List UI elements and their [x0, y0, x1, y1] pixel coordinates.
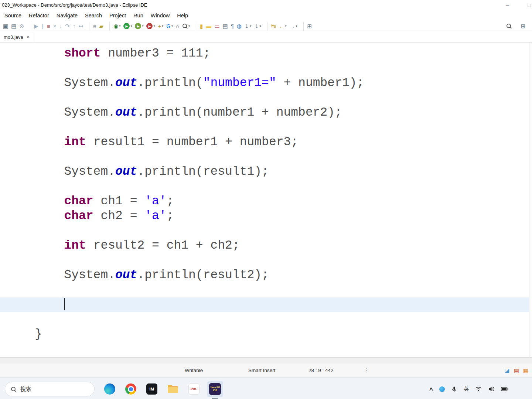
code-line: System.out.println(result1); [0, 164, 532, 179]
maximize-button[interactable]: □ [523, 0, 532, 10]
drop-to-frame-icon[interactable]: ↤ [77, 22, 84, 31]
resume-icon[interactable]: ▶ [30, 22, 40, 31]
menu-run[interactable]: Run [130, 11, 147, 20]
horizontal-scrollbar[interactable] [0, 357, 532, 364]
open-type-icon[interactable]: ⌂ [175, 22, 180, 31]
external-tools-icon[interactable]: ▶▾ [145, 22, 156, 31]
eclipse-javaee-logo-icon: Java EE IDE [209, 383, 221, 395]
terminate-icon[interactable]: ■ [46, 22, 51, 31]
code-line: short number3 = 111; [0, 46, 532, 61]
pdf-logo-icon: PDF [188, 383, 200, 395]
new-editor-window-icon[interactable]: ⊞ [303, 22, 313, 31]
caret-position-status: 28 : 9 : 442 [308, 364, 334, 377]
menu-navigate[interactable]: Navigate [53, 11, 81, 20]
titlebar: 023_Workspace - Demo/src/org/jayce/test/… [0, 0, 532, 10]
new-wizard-icon[interactable]: +▾ [157, 22, 164, 31]
open-editor-icon[interactable]: ▤ [10, 22, 17, 31]
status-folder-icon[interactable]: ▦ [523, 367, 528, 374]
microphone-icon[interactable] [451, 386, 457, 392]
speaker-icon[interactable] [488, 386, 495, 392]
code-line [0, 61, 532, 76]
web-icon[interactable]: ◍ [236, 22, 243, 31]
vertical-scrollbar[interactable] [529, 42, 532, 357]
code-line [0, 179, 532, 194]
taskbar-explorer-icon[interactable] [165, 381, 181, 397]
statusbar: Writable Smart Insert 28 : 9 : 442 ⋮ ◪▤▦ [0, 364, 532, 377]
menubar: SourceRefactorNavigateSearchProjectRunWi… [0, 10, 532, 20]
open-perspective-icon[interactable]: ⊞ [519, 22, 526, 31]
search-icon [11, 386, 16, 392]
code-line [0, 283, 532, 297]
code-editor[interactable]: short number3 = 111;System.out.println("… [0, 42, 532, 357]
tab-demo3-java[interactable]: mo3.java × [0, 32, 33, 42]
code-line: System.out.println("number1=" + number1)… [0, 76, 532, 91]
taskbar-search[interactable]: 搜索 [5, 382, 95, 396]
skip-breakpoints-icon[interactable]: ⊘ [18, 22, 25, 31]
code-line [0, 120, 532, 135]
search-icon[interactable]: ▾ [181, 22, 191, 31]
format-icon[interactable]: ▰ [98, 22, 105, 31]
forward-icon[interactable]: →▾ [289, 22, 299, 31]
taskbar-chrome-icon[interactable] [123, 381, 139, 397]
show-doc-icon[interactable]: ▤ [221, 22, 229, 31]
code-line: System.out.println(result2); [0, 268, 532, 283]
code-line: int result1 = number1 + number3; [0, 135, 532, 150]
taskbar-tray: ^ 英 [429, 385, 532, 393]
taskbar-eclipse-icon[interactable]: Java EE IDE [207, 381, 223, 397]
taskbar-im-icon[interactable]: IM [144, 381, 160, 397]
edge-logo-icon [104, 383, 115, 395]
code-line: System.out.println(number1 + number2); [0, 105, 532, 120]
window-title: 023_Workspace - Demo/src/org/jayce/test/… [2, 0, 147, 10]
debug-icon[interactable]: ◉▾ [109, 22, 122, 31]
menu-source[interactable]: Source [1, 11, 25, 20]
code-line [0, 224, 532, 238]
suspend-icon[interactable]: ∥ [40, 22, 45, 31]
code-line [0, 150, 532, 164]
taskbar-edge-icon[interactable] [102, 381, 118, 397]
step-into-icon[interactable]: ↓ [58, 22, 64, 31]
wifi-icon[interactable] [475, 386, 482, 392]
menu-window[interactable]: Window [147, 11, 174, 20]
run-icon[interactable]: ▶▾ [122, 22, 133, 31]
collapse-annotations-icon[interactable]: ⇣▾ [243, 22, 253, 31]
im-logo-icon: IM [146, 383, 157, 395]
taskbar-pdf-icon[interactable]: PDF [186, 381, 202, 397]
record-icon[interactable]: ▭ [213, 22, 221, 31]
chrome-logo-icon [125, 383, 136, 395]
tab-close-icon[interactable]: × [27, 34, 30, 40]
disconnect-icon[interactable]: × [52, 22, 58, 31]
status-book-icon[interactable]: ▤ [514, 367, 519, 374]
code-line: } [0, 327, 532, 342]
text-cursor [64, 298, 65, 310]
console-icon[interactable]: ▣ [2, 22, 9, 31]
coverage-icon[interactable]: ▶▾ [134, 22, 144, 31]
status-edit-icon[interactable]: ◪ [504, 367, 509, 374]
back-icon[interactable]: ←▾ [278, 22, 288, 31]
expand-annotations-icon[interactable]: ⇣▾ [253, 22, 262, 31]
menu-refactor[interactable]: Refactor [25, 11, 53, 20]
mark-occurrences-icon[interactable]: ≡ [89, 22, 98, 31]
code-line: char ch1 = 'a'; [0, 194, 532, 209]
minimize-button[interactable]: – [501, 0, 514, 10]
highlight-icon[interactable]: ▬ [205, 22, 212, 31]
taskbar: 搜索 IM PDF Java EE IDE ^ 英 [0, 377, 532, 399]
browser-icon[interactable]: G▾ [165, 22, 174, 31]
statusbar-handle: ⋮ [364, 364, 369, 377]
editor-tabbar: mo3.java × [0, 32, 532, 42]
menu-search[interactable]: Search [81, 11, 106, 20]
menu-help[interactable]: Help [173, 11, 192, 20]
last-edit-icon[interactable]: ↹ [267, 22, 277, 31]
tray-chevron-up-icon[interactable]: ^ [429, 386, 433, 394]
step-over-icon[interactable]: ↷ [64, 22, 71, 31]
tab-label: mo3.java [4, 34, 23, 40]
menu-project[interactable]: Project [106, 11, 130, 20]
quick-search-icon[interactable] [505, 22, 513, 31]
tray-blue-app-icon[interactable] [439, 386, 445, 392]
code-line [0, 253, 532, 268]
battery-icon[interactable] [501, 387, 508, 391]
show-whitespace-icon[interactable]: ¶ [230, 22, 235, 31]
code-line: int result2 = ch1 + ch2; [0, 238, 532, 253]
ime-language-indicator[interactable]: 英 [464, 386, 469, 392]
step-return-icon[interactable]: ↑ [72, 22, 77, 31]
bookmark-icon[interactable]: ▮ [196, 22, 204, 31]
